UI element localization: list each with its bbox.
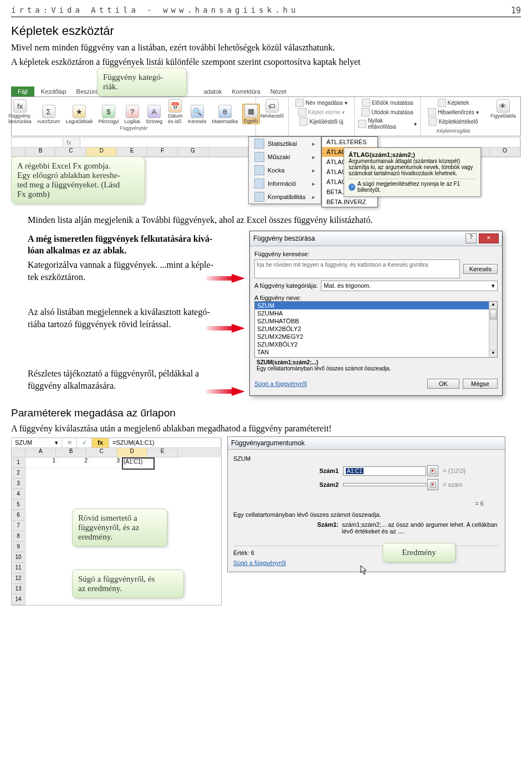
- row-header[interactable]: 4: [12, 489, 25, 500]
- list-item[interactable]: SZUMHATÖBB: [255, 317, 497, 325]
- ribbon-tab-view[interactable]: Nézet: [267, 87, 290, 96]
- use-in-formula-button[interactable]: Képlet eleme ▾: [297, 108, 346, 117]
- col-A[interactable]: A: [25, 448, 56, 457]
- menu-compat[interactable]: Kompatibilitás▸: [249, 190, 321, 204]
- list-item[interactable]: SZUMXBŐLY2: [255, 340, 497, 348]
- function-list[interactable]: SZUM SZUMHA SZUMHATÖBB SZUMX2BŐLY2 SZUMX…: [254, 301, 498, 358]
- col-C[interactable]: C: [56, 147, 86, 157]
- row-header[interactable]: 8: [12, 531, 25, 542]
- scrollbar[interactable]: ▲ ▼: [489, 302, 497, 357]
- fn-atl-elteres[interactable]: ÁTL.ELTÉRÉS: [322, 137, 377, 147]
- fn-beta-inverz[interactable]: BÉTA.INVERZ: [322, 197, 377, 207]
- menu-info[interactable]: Információ▸: [249, 177, 321, 190]
- search-input[interactable]: Írja be röviden mit tegyen a függvény, é…: [254, 260, 460, 278]
- more-functions-menu[interactable]: Statisztikai▸ Műszaki▸ Kocka▸ Információ…: [248, 136, 321, 204]
- col-C[interactable]: C: [86, 448, 117, 457]
- logical-button[interactable]: ?Logikai: [123, 105, 141, 124]
- result-equals: = 6: [233, 500, 499, 507]
- fx-icon[interactable]: fx: [63, 138, 80, 147]
- list-item[interactable]: TAN: [255, 348, 497, 356]
- row-header[interactable]: 14: [12, 594, 25, 605]
- arg2-input[interactable]: [343, 483, 426, 486]
- row-header[interactable]: 2: [12, 468, 25, 479]
- trace-dependents[interactable]: Utódok mutatása: [360, 108, 415, 117]
- cell[interactable]: 3: [90, 457, 122, 468]
- col-G[interactable]: G: [178, 147, 208, 157]
- cell[interactable]: 2: [58, 457, 90, 468]
- row-header[interactable]: 6: [12, 510, 25, 521]
- name-manager-button[interactable]: 🏷Névkezelő: [259, 99, 285, 119]
- col-E[interactable]: E: [147, 448, 178, 457]
- trace-precedents[interactable]: Elődök mutatása: [361, 98, 415, 108]
- help-link[interactable]: Súgó a függvényről: [254, 380, 307, 387]
- financial-button[interactable]: $Pénzügyi: [97, 105, 120, 124]
- watch-window-button[interactable]: 👁Figyelőabla: [489, 99, 517, 119]
- math-button[interactable]: θMatematika: [211, 105, 239, 124]
- text-button[interactable]: ASzöveg: [145, 105, 163, 124]
- cancel-button[interactable]: Mégse: [463, 379, 498, 389]
- insert-function-dialog: Függvény beszúrása ? ✕ Függvény keresése…: [249, 231, 503, 396]
- close-button[interactable]: ✕: [479, 233, 499, 243]
- col-B[interactable]: B: [56, 448, 86, 457]
- list-item[interactable]: SZUM: [255, 302, 497, 309]
- formula-input[interactable]: =SZUM(A1:C1): [109, 438, 221, 447]
- row-header[interactable]: 5: [12, 500, 25, 510]
- ribbon-tab-review[interactable]: Korrektúra: [229, 87, 264, 96]
- search-label: Függvény keresése:: [254, 251, 498, 257]
- evaluate-formula[interactable]: Képletkiértékelő: [427, 117, 479, 126]
- cell[interactable]: 1: [25, 457, 58, 468]
- menu-statistical[interactable]: Statisztikai▸: [249, 137, 321, 150]
- show-formulas[interactable]: Képletek: [437, 98, 470, 108]
- define-name-button[interactable]: Név megadása ▾: [294, 98, 348, 108]
- row-header[interactable]: 7: [12, 521, 25, 531]
- list-item[interactable]: SZUMHA: [255, 309, 497, 317]
- ribbon-group-audit: Képletvizsgálat: [436, 128, 472, 134]
- col-D[interactable]: D: [117, 448, 147, 457]
- row-header[interactable]: 10: [12, 552, 25, 563]
- date-button[interactable]: 📅Dátum és idő: [167, 99, 184, 124]
- ribbon-tab-home[interactable]: Kezdőlap: [38, 87, 70, 96]
- col-O[interactable]: O: [490, 147, 520, 157]
- list-item[interactable]: SZUMX2BŐLY2: [255, 325, 497, 333]
- col-E[interactable]: E: [117, 147, 147, 157]
- fx-button[interactable]: fx: [92, 438, 109, 447]
- active-cell[interactable]: (A1:C1): [122, 457, 155, 470]
- menu-engineering[interactable]: Műszaki▸: [249, 150, 321, 164]
- search-button[interactable]: Keresés: [463, 264, 498, 274]
- name-label: A függvény neve:: [254, 294, 498, 301]
- svg-rect-1: [431, 470, 433, 472]
- row-header[interactable]: 1: [12, 457, 25, 468]
- ribbon-tab-file[interactable]: Fájl: [11, 87, 34, 96]
- args-desc2-body: szám1;szám2;... az össz andó argumer leh…: [342, 521, 499, 535]
- row-header[interactable]: 11: [12, 563, 25, 573]
- ok-button[interactable]: OK: [427, 379, 459, 389]
- row-header[interactable]: 3: [12, 479, 25, 489]
- autosum-button[interactable]: ΣAutoSzum: [36, 105, 62, 124]
- list-item[interactable]: SZUMX2MEGY2: [255, 333, 497, 340]
- arg2-result: = szám: [443, 481, 463, 488]
- section-title-toolbar: Képletek eszköztár: [11, 24, 521, 38]
- name-box[interactable]: [12, 138, 63, 147]
- name-box[interactable]: SZUM▾: [12, 438, 62, 447]
- remove-arrows[interactable]: Nyilak eltávolítása ▾: [357, 117, 418, 130]
- lookup-button[interactable]: 🔍Keresés: [187, 105, 208, 124]
- row-header[interactable]: 12: [12, 573, 25, 584]
- row-header[interactable]: 9: [12, 542, 25, 552]
- description: Egy cellatartományban lévő összes számot…: [257, 365, 391, 372]
- insert-function-button[interactable]: fxFüggvény beszúrása: [7, 99, 33, 124]
- help-button[interactable]: ?: [466, 233, 477, 243]
- recent-button[interactable]: ★Legutóbbiak: [64, 105, 94, 124]
- collapse-dialog-icon[interactable]: [427, 479, 438, 490]
- create-from-sel-button[interactable]: Kijelölésből új: [298, 117, 344, 126]
- col-D[interactable]: D: [86, 147, 117, 157]
- category-select[interactable]: Mat. és trigonom.▾: [321, 281, 498, 291]
- menu-cube[interactable]: Kocka▸: [249, 164, 321, 177]
- col-F[interactable]: F: [147, 147, 178, 157]
- col-B[interactable]: B: [25, 147, 56, 157]
- row-header[interactable]: 13: [12, 584, 25, 594]
- collapse-dialog-icon[interactable]: [427, 465, 438, 476]
- error-check[interactable]: Hibaellenőrzés ▾: [427, 108, 480, 117]
- ribbon-tab-data[interactable]: adatok: [200, 87, 225, 96]
- ribbon-group-functions: Függvénytár: [120, 125, 147, 131]
- arg1-input[interactable]: A1:C1: [343, 466, 426, 476]
